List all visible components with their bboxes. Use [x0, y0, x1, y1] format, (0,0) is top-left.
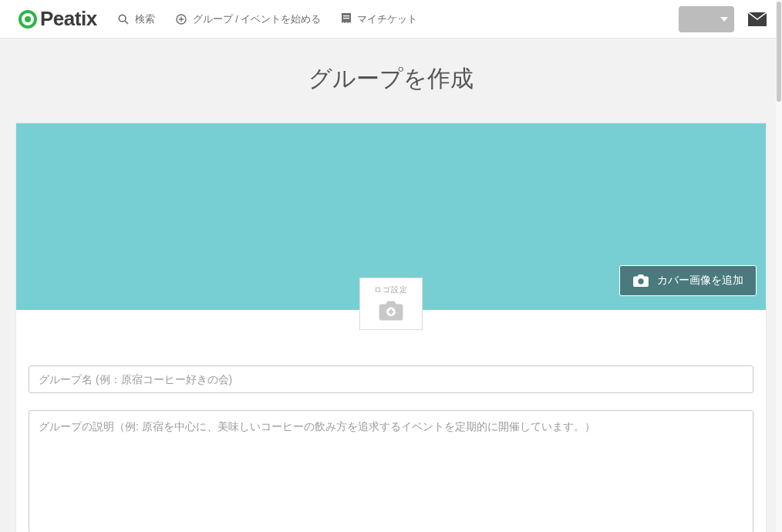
nav-tickets[interactable]: マイチケット [341, 12, 417, 26]
camera-icon [632, 274, 649, 288]
brand-mark-icon [19, 10, 37, 29]
user-menu[interactable] [679, 6, 734, 32]
svg-line-1 [125, 21, 128, 24]
brand-name: Peatix [40, 7, 97, 31]
chevron-down-icon [720, 17, 728, 22]
svg-point-0 [119, 15, 126, 22]
page: グループを作成 カバー画像を追加 ロゴ設定 [0, 39, 782, 532]
scrollbar-track[interactable] [776, 0, 782, 532]
add-cover-label: カバー画像を追加 [657, 274, 743, 288]
plus-circle-icon [175, 13, 187, 25]
camera-plus-icon [378, 300, 404, 322]
group-description-input[interactable] [29, 410, 753, 532]
messages-icon[interactable] [748, 12, 767, 26]
nav-search[interactable]: 検索 [117, 12, 155, 26]
group-name-input[interactable] [29, 365, 753, 393]
logo-setter-label: ロゴ設定 [374, 285, 408, 295]
ticket-icon [341, 13, 352, 25]
form-area [16, 310, 766, 532]
add-cover-button[interactable]: カバー画像を追加 [619, 265, 757, 296]
svg-rect-5 [343, 15, 349, 16]
nav-start-label: グループ / イベントを始める [193, 12, 322, 26]
page-title: グループを作成 [0, 63, 782, 95]
logo-setter[interactable]: ロゴ設定 [359, 278, 423, 330]
header: Peatix 検索 グループ / イベントを始める マイチケット [0, 0, 782, 39]
svg-point-8 [638, 278, 643, 284]
main-nav: 検索 グループ / イベントを始める マイチケット [117, 12, 418, 26]
brand-logo[interactable]: Peatix [19, 7, 97, 31]
header-right [679, 6, 767, 32]
scrollbar-thumb[interactable] [777, 2, 781, 102]
svg-rect-6 [343, 18, 349, 19]
search-icon [117, 13, 130, 25]
nav-search-label: 検索 [135, 12, 155, 26]
nav-start[interactable]: グループ / イベントを始める [175, 12, 322, 26]
nav-tickets-label: マイチケット [357, 12, 417, 26]
group-card: カバー画像を追加 ロゴ設定 [15, 123, 767, 532]
